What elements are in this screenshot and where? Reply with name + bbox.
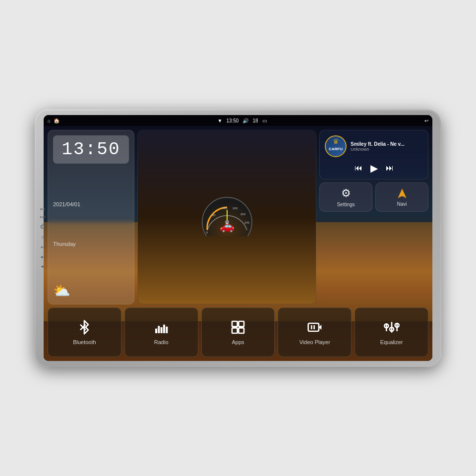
car-head-unit: MIC RST ⏻ ⌂ ↩ ◄+ ◄- ⌂ 🏠	[35, 109, 441, 367]
equalizer-button[interactable]: Equalizer	[355, 307, 428, 357]
clock-widget: 13:50 2021/04/01 Thursday ⛅	[48, 130, 134, 304]
equalizer-label: Equalizer	[380, 339, 403, 345]
apps-button[interactable]: Apps	[201, 307, 275, 357]
speedometer-widget: 0 60 120 160 200 240 0 km/h 🚗	[137, 130, 316, 304]
music-controls: ⏮ ▶ ⏭	[325, 162, 423, 174]
clock-time-box: 13:50	[53, 135, 129, 164]
svg-rect-16	[166, 327, 168, 333]
settings-button[interactable]: ⚙ Settings	[319, 182, 372, 212]
volume-icon: 🔊	[242, 118, 248, 123]
navi-label: Navi	[397, 201, 407, 207]
music-info: Smiley ft. Delia - Ne v... Unknown	[351, 141, 423, 152]
svg-text:200: 200	[240, 213, 246, 216]
radio-label: Radio	[154, 339, 169, 345]
music-artist: Unknown	[351, 147, 423, 152]
svg-rect-17	[232, 321, 238, 327]
navi-button[interactable]: Navi	[375, 182, 428, 212]
radio-button[interactable]: Radio	[124, 307, 198, 357]
svg-rect-12	[155, 329, 157, 333]
svg-rect-20	[238, 328, 244, 333]
svg-rect-15	[163, 325, 165, 333]
weather-icon: ⛅	[53, 283, 129, 299]
prev-button[interactable]: ⏮	[355, 164, 362, 173]
music-top: ♛ CARFU Smiley ft. Delia - Ne v... Unkno…	[325, 135, 423, 157]
screen-content: ⌂ 🏠 ▼ 13:50 🔊 18 ▭ ↩	[44, 115, 432, 361]
video-player-label: Video Player	[299, 339, 330, 345]
volume-level: 18	[252, 118, 258, 123]
back-icon: ↩	[424, 118, 428, 123]
equalizer-icon	[384, 319, 400, 335]
status-time: 13:50	[226, 118, 238, 123]
svg-text:240: 240	[244, 221, 250, 224]
music-logo: ♛ CARFU	[325, 135, 347, 157]
top-row: 13:50 2021/04/01 Thursday ⛅	[48, 130, 428, 304]
home-icon-status: ⌂	[48, 118, 51, 123]
music-widget: ♛ CARFU Smiley ft. Delia - Ne v... Unkno…	[319, 130, 428, 179]
crown-icon: ♛	[333, 137, 339, 145]
svg-rect-18	[238, 321, 244, 327]
apps-label: Apps	[232, 339, 244, 345]
battery-icon: ▭	[262, 118, 267, 123]
status-left: ⌂ 🏠	[48, 118, 60, 123]
home2-icon-status: 🏠	[54, 118, 60, 123]
svg-marker-11	[398, 189, 406, 198]
status-right: ↩	[424, 118, 428, 123]
next-button[interactable]: ⏭	[386, 164, 394, 173]
car-icon: 🚗	[220, 219, 235, 233]
right-panel: ♛ CARFU Smiley ft. Delia - Ne v... Unkno…	[319, 130, 428, 304]
video-player-icon	[307, 319, 323, 335]
svg-text:120: 120	[222, 207, 228, 210]
bluetooth-label: Bluetooth	[73, 339, 96, 345]
play-button[interactable]: ▶	[370, 162, 378, 174]
clock-day: Thursday	[53, 241, 129, 247]
svg-text:60: 60	[212, 214, 216, 217]
settings-navi-row: ⚙ Settings Navi	[319, 182, 428, 212]
radio-icon	[153, 319, 169, 335]
settings-icon: ⚙	[341, 187, 351, 200]
settings-label: Settings	[337, 202, 355, 207]
clock-date: 2021/04/01	[53, 201, 129, 207]
video-player-button[interactable]: Video Player	[278, 307, 352, 357]
status-center: ▼ 13:50 🔊 18 ▭	[217, 118, 266, 123]
wifi-icon: ▼	[217, 118, 222, 123]
main-content: 13:50 2021/04/01 Thursday ⛅	[44, 126, 432, 361]
bluetooth-icon	[76, 319, 92, 335]
screen: ⌂ 🏠 ▼ 13:50 🔊 18 ▭ ↩	[44, 115, 432, 361]
svg-rect-14	[161, 327, 163, 333]
navi-icon	[396, 187, 408, 199]
bottom-bar: Bluetooth Radio	[48, 307, 428, 357]
bluetooth-button[interactable]: Bluetooth	[48, 307, 121, 357]
svg-rect-19	[232, 328, 238, 333]
clock-time-display: 13:50	[59, 139, 123, 160]
apps-icon	[230, 319, 246, 335]
svg-rect-13	[158, 326, 160, 333]
music-logo-text: CARFU	[329, 147, 343, 151]
speedometer: 0 60 120 160 200 240 0 km/h 🚗	[195, 196, 259, 238]
status-bar: ⌂ 🏠 ▼ 13:50 🔊 18 ▭ ↩	[44, 115, 432, 126]
music-title: Smiley ft. Delia - Ne v...	[351, 141, 423, 147]
svg-text:160: 160	[233, 207, 238, 210]
